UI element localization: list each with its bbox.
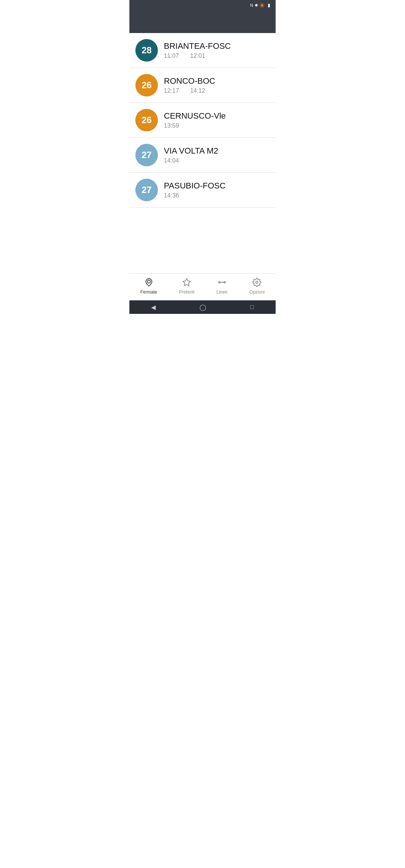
route-times: 14:04 [164, 157, 270, 164]
home-system-button[interactable]: ◯ [197, 301, 208, 313]
nav-item-linee[interactable]: Linee [212, 276, 232, 297]
nfc-icon: N [250, 3, 253, 8]
route-times: 11:0712:01 [164, 53, 270, 59]
bottom-nav: FermatePreferitiLineeOpzioni [129, 273, 276, 300]
svg-point-0 [147, 280, 150, 283]
back-system-button[interactable]: ◀ [149, 301, 158, 313]
route-badge: 26 [135, 109, 158, 131]
route-name: VIA VOLTA M2 [164, 146, 270, 156]
route-item[interactable]: 26RONCO-BOC12:1714:12 [129, 68, 276, 103]
route-info: VIA VOLTA M214:04 [164, 146, 270, 164]
svg-point-3 [224, 282, 225, 283]
status-bar: N ✱ 🔕 ▮ [129, 0, 276, 11]
route-time: 14:12 [190, 87, 205, 94]
route-times: 12:1714:12 [164, 87, 270, 94]
fermate-icon [144, 278, 153, 288]
route-badge: 27 [135, 144, 158, 166]
nav-label-preferiti: Preferiti [179, 289, 194, 295]
linee-icon [218, 278, 226, 288]
route-name: RONCO-BOC [164, 76, 270, 86]
route-time: 14:36 [164, 192, 179, 199]
nav-item-preferiti[interactable]: Preferiti [174, 276, 199, 297]
route-info: BRIANTEA-FOSC11:0712:01 [164, 41, 270, 59]
route-time: 12:01 [190, 53, 205, 59]
bluetooth-icon: ✱ [255, 3, 258, 8]
recents-system-button[interactable]: □ [248, 301, 256, 313]
nav-item-fermate[interactable]: Fermate [136, 276, 162, 297]
route-badge: 26 [135, 74, 158, 96]
back-button[interactable] [135, 19, 141, 25]
svg-point-2 [219, 282, 220, 283]
status-right: N ✱ 🔕 ▮ [250, 3, 270, 8]
opzioni-icon [252, 278, 261, 288]
route-times: 14:36 [164, 192, 270, 199]
top-bar [129, 11, 276, 33]
route-times: 13:59 [164, 122, 270, 129]
nav-label-opzioni: Opzioni [249, 289, 265, 295]
route-name: PASUBIO-FOSC [164, 181, 270, 191]
silent-icon: 🔕 [260, 3, 265, 8]
route-time: 13:59 [164, 122, 179, 129]
favorite-button[interactable] [264, 19, 270, 25]
route-name: BRIANTEA-FOSC [164, 41, 270, 51]
route-badge: 28 [135, 39, 158, 62]
route-item[interactable]: 27PASUBIO-FOSC14:36 [129, 173, 276, 208]
route-time: 11:07 [164, 53, 179, 59]
route-list: 28BRIANTEA-FOSC11:0712:0126RONCO-BOC12:1… [129, 33, 276, 273]
route-info: RONCO-BOC12:1714:12 [164, 76, 270, 94]
route-time: 14:04 [164, 157, 179, 164]
route-name: CERNUSCO-Vle [164, 111, 270, 121]
svg-point-5 [256, 281, 258, 283]
nav-label-fermate: Fermate [140, 289, 157, 295]
system-nav-bar: ◀ ◯ □ [129, 300, 276, 314]
route-badge: 27 [135, 179, 158, 201]
route-info: CERNUSCO-Vle13:59 [164, 111, 270, 129]
nav-label-linee: Linee [216, 289, 227, 295]
route-item[interactable]: 27VIA VOLTA M214:04 [129, 138, 276, 173]
nav-item-opzioni[interactable]: Opzioni [245, 276, 269, 297]
route-item[interactable]: 28BRIANTEA-FOSC11:0712:01 [129, 33, 276, 68]
route-item[interactable]: 26CERNUSCO-Vle13:59 [129, 103, 276, 138]
preferiti-icon [182, 278, 191, 288]
battery-icon: ▮ [268, 3, 270, 8]
route-time: 12:17 [164, 87, 179, 94]
route-info: PASUBIO-FOSC14:36 [164, 181, 270, 199]
svg-marker-1 [183, 279, 190, 286]
